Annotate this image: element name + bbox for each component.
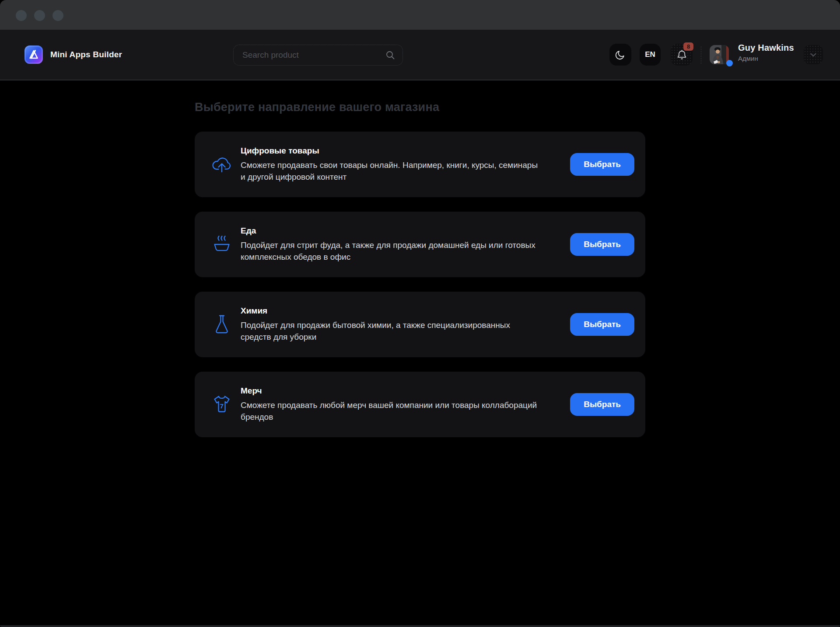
- store-type-card-merch: 7 Мерч Сможете продавать любой мерч ваше…: [195, 372, 645, 437]
- language-selector[interactable]: EN: [640, 44, 661, 66]
- search-box[interactable]: [233, 45, 403, 66]
- user-info[interactable]: Guy Hawkins Админ: [738, 43, 794, 62]
- user-name: Guy Hawkins: [738, 43, 794, 53]
- card-description: Подойдет для стрит фуда, а также для про…: [241, 239, 538, 263]
- tshirt-number: 7: [220, 402, 224, 410]
- app-header: Mini Apps Builder EN 8: [0, 30, 840, 80]
- app-title: Mini Apps Builder: [50, 50, 122, 59]
- notifications-button[interactable]: 8: [671, 44, 693, 66]
- chevron-down-icon: [808, 50, 818, 59]
- card-text: Еда Подойдет для стрит фуда, а также для…: [241, 226, 538, 263]
- store-type-card-food: Еда Подойдет для стрит фуда, а также для…: [195, 212, 645, 277]
- card-text: Цифровые товары Сможете продавать свои т…: [241, 146, 538, 183]
- user-avatar[interactable]: [710, 45, 729, 64]
- brand: Mini Apps Builder: [24, 45, 122, 64]
- notification-badge: 8: [683, 42, 693, 51]
- window-zoom-button[interactable]: [52, 10, 63, 21]
- user-menu-button[interactable]: [804, 45, 823, 64]
- language-label: EN: [645, 50, 655, 59]
- theme-toggle-button[interactable]: [609, 44, 631, 66]
- moon-icon: [615, 49, 626, 60]
- status-dot: [726, 60, 733, 66]
- store-type-list: Цифровые товары Сможете продавать свои т…: [195, 132, 645, 437]
- store-type-card-digital: Цифровые товары Сможете продавать свои т…: [195, 132, 645, 197]
- window-minimize-button[interactable]: [34, 10, 45, 21]
- select-merch-button[interactable]: Выбрать: [570, 393, 634, 416]
- user-role: Админ: [738, 55, 794, 62]
- cloud-upload-icon: [210, 153, 234, 176]
- card-text: Мерч Сможете продавать любой мерч вашей …: [241, 386, 538, 423]
- card-title: Еда: [241, 226, 538, 236]
- card-title: Мерч: [241, 386, 538, 396]
- card-text: Химия Подойдет для продажи бытовой химии…: [241, 306, 538, 343]
- page-title: Выберите направление вашего магазина: [195, 101, 645, 114]
- window-close-button[interactable]: [16, 10, 27, 21]
- food-bowl-icon: [210, 233, 234, 256]
- select-digital-button[interactable]: Выбрать: [570, 153, 634, 176]
- flask-icon: [210, 313, 234, 336]
- header-divider: [701, 46, 701, 64]
- window-controls: [16, 10, 63, 21]
- app-logo-icon: [24, 45, 43, 64]
- card-title: Цифровые товары: [241, 146, 538, 156]
- store-type-card-chemistry: Химия Подойдет для продажи бытовой химии…: [195, 292, 645, 357]
- search-icon: [385, 50, 396, 60]
- main-content: Выберите направление вашего магазина Циф…: [0, 81, 840, 452]
- card-title: Химия: [241, 306, 538, 316]
- window-titlebar: [0, 0, 840, 30]
- search-input[interactable]: [242, 50, 385, 60]
- select-chemistry-button[interactable]: Выбрать: [570, 313, 634, 336]
- window-bottom-edge: [0, 625, 840, 627]
- card-description: Подойдет для продажи бытовой химии, а та…: [241, 319, 538, 343]
- tshirt-icon: 7: [210, 393, 234, 416]
- card-description: Сможете продавать свои товары онлайн. На…: [241, 159, 538, 183]
- select-food-button[interactable]: Выбрать: [570, 233, 634, 256]
- card-description: Сможете продавать любой мерч вашей компа…: [241, 399, 538, 423]
